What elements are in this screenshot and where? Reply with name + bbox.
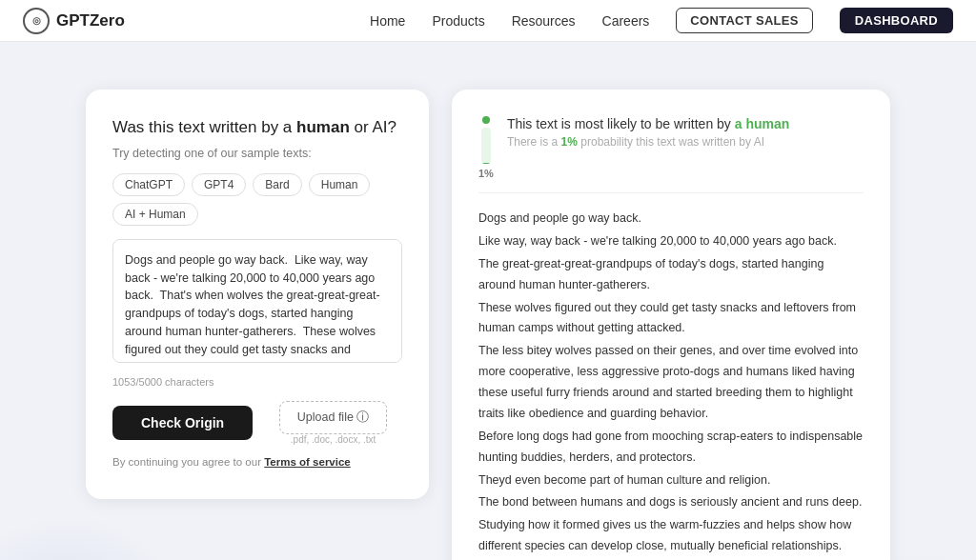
analyzed-sentence: The bond between humans and dogs is seri… [478, 492, 864, 513]
logo[interactable]: ◎ GPTZero [23, 8, 125, 34]
dashboard-button[interactable]: DASHBOARD [840, 8, 953, 33]
meter-bar [481, 128, 491, 164]
main-content: Was this text written by a human or AI? … [0, 42, 976, 560]
chip-ai-human[interactable]: AI + Human [112, 203, 198, 226]
analyzed-sentence: These wolves figured out they could get … [478, 298, 864, 340]
result-text-block: This text is most likely to be written b… [507, 116, 789, 149]
meter-dot [482, 116, 490, 124]
analyzed-text: Dogs and people go way back.Like way, wa… [478, 209, 864, 560]
sample-chips: ChatGPT GPT4 Bard Human AI + Human [112, 173, 402, 226]
meter-fill [481, 163, 491, 164]
result-sub-pct: 1% [561, 135, 578, 149]
meter-pct-label: 1% [478, 168, 494, 179]
analyzed-sentence: The less bitey wolves passed on their ge… [478, 341, 864, 425]
upload-label: Upload file ⓘ [297, 410, 370, 426]
result-header: 1% This text is most likely to be writte… [478, 116, 864, 193]
card-title-post: or AI? [350, 118, 396, 136]
char-count: 1053/5000 characters [112, 376, 402, 388]
result-human-word: a human [735, 116, 790, 131]
textarea-wrapper [112, 239, 402, 367]
analyzed-sentence: Before long dogs had gone from mooching … [478, 427, 864, 469]
card-subtitle: Try detecting one of our sample texts: [112, 147, 402, 160]
terms-link[interactable]: Terms of service [264, 456, 351, 468]
check-origin-button[interactable]: Check Origin [112, 406, 253, 440]
upload-file-button[interactable]: Upload file ⓘ [279, 401, 388, 434]
terms-pre: By continuing you agree to our [112, 456, 264, 468]
input-card: Was this text written by a human or AI? … [86, 90, 429, 499]
chip-gpt4[interactable]: GPT4 [192, 173, 246, 196]
chip-chatgpt[interactable]: ChatGPT [112, 173, 185, 196]
analyzed-sentence: The great-great-great-grandpups of today… [478, 254, 864, 296]
logo-text: GPTZero [56, 11, 125, 30]
actions-row: Check Origin Upload file ⓘ .pdf, .doc, .… [112, 401, 402, 445]
result-card: 1% This text is most likely to be writte… [452, 90, 890, 560]
card-title: Was this text written by a human or AI? [112, 116, 402, 139]
result-sub-post: probability this text was written by AI [578, 135, 764, 149]
nav-home[interactable]: Home [370, 13, 405, 29]
bg-circle-left [0, 513, 191, 560]
nav-careers[interactable]: Careers [602, 13, 650, 29]
card-title-bold: human [296, 118, 350, 136]
analyzed-sentence: Studying how it formed gives us the warm… [478, 515, 864, 557]
text-input[interactable] [112, 239, 402, 363]
upload-formats: .pdf, .doc, .docx, .txt [291, 434, 376, 445]
result-headline: This text is most likely to be written b… [507, 116, 789, 131]
chip-human[interactable]: Human [309, 173, 371, 196]
analyzed-sentence: Like way, way back - we're talking 20,00… [478, 231, 864, 252]
result-sub: There is a 1% probability this text was … [507, 135, 789, 149]
nav-resources[interactable]: Resources [512, 13, 576, 29]
analyzed-sentence: Dogs and people go way back. [478, 209, 864, 230]
logo-icon: ◎ [23, 8, 50, 34]
card-title-pre: Was this text written by a [112, 118, 296, 136]
navbar: ◎ GPTZero Home Products Resources Career… [0, 0, 976, 42]
analyzed-sentence: Theyd even become part of human culture … [478, 470, 864, 491]
result-meter: 1% [478, 116, 494, 179]
nav-products[interactable]: Products [432, 13, 484, 29]
chip-bard[interactable]: Bard [253, 173, 301, 196]
result-sub-pre: There is a [507, 135, 561, 149]
terms-text: By continuing you agree to our Terms of … [112, 456, 402, 468]
result-headline-pre: This text is most likely to be written b… [507, 116, 735, 131]
nav-links: Home Products Resources Careers CONTACT … [370, 8, 953, 33]
contact-sales-button[interactable]: CONTACT SALES [676, 8, 812, 33]
